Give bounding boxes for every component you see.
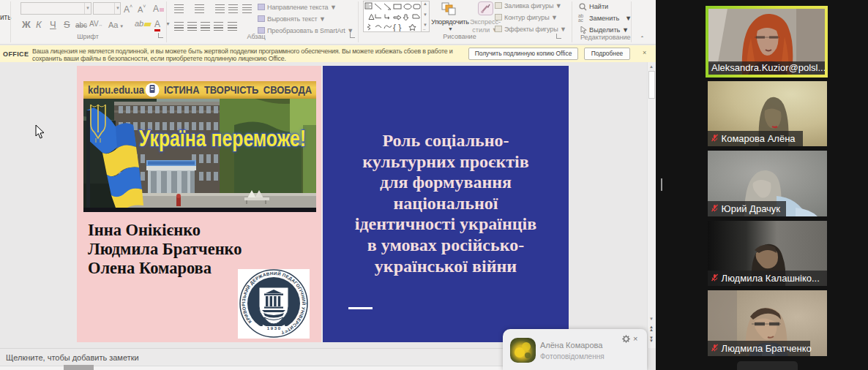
svg-text:1 9 3 0: 1 9 3 0 xyxy=(267,326,281,331)
svg-text:kdpu.edu.ua: kdpu.edu.ua xyxy=(88,84,144,96)
svg-text:ІСТИНА ТВОРЧІСТЬ СВОБОДА: ІСТИНА ТВОРЧІСТЬ СВОБОДА xyxy=(164,84,312,96)
svg-text:{ }: { } xyxy=(393,23,401,31)
svg-text:Україна переможе!: Україна переможе! xyxy=(139,126,306,151)
